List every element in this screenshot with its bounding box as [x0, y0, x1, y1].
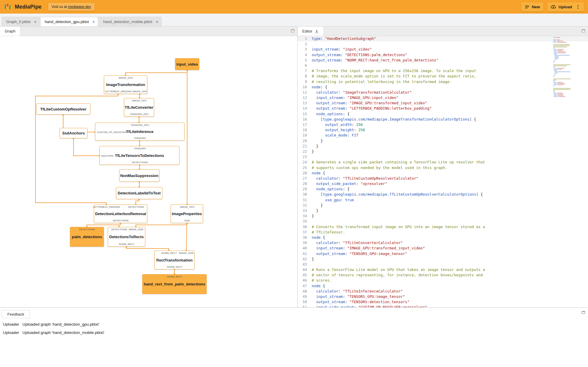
code-line[interactable]: 30 [type.googleapis.com/mediapipe.TfLite…	[298, 192, 588, 197]
code-line[interactable]: 49 input_stream: "TENSORS_GPU:image_tens…	[298, 294, 588, 299]
code-line[interactable]: 4output_stream: "DETECTIONS:palm_detecti…	[298, 52, 588, 58]
expand-editor-panel-icon[interactable]	[582, 30, 585, 32]
code-line[interactable]: 29 node_options: {	[298, 186, 588, 192]
code-text: output_stream: "NORM_RECT:hand_rect_from…	[312, 58, 438, 63]
code-line[interactable]: 28 output_side_packet: "opresolver"	[298, 181, 588, 186]
tab-close-icon[interactable]: ×	[92, 20, 95, 24]
code-line[interactable]: 8# image, the scale_mode option is set t…	[298, 74, 588, 79]
code-line[interactable]: 47node {	[298, 283, 588, 289]
tab-close-icon[interactable]: ×	[156, 20, 158, 24]
code-line[interactable]: 10node: {	[298, 85, 588, 90]
graph-node-TfLiteConverter[interactable]: IMAGE_GPUTENSORS_GPUTfLiteConverter	[124, 98, 154, 117]
code-line[interactable]: 40 input_stream: "IMAGE_GPU:transformed_…	[298, 246, 588, 251]
upload-button[interactable]: Upload ⋮	[547, 2, 584, 12]
code-line[interactable]: 24# Generates a single side packet conta…	[298, 160, 588, 165]
code-line[interactable]: 6	[298, 63, 588, 68]
code-line[interactable]: 42}	[298, 256, 588, 262]
code-editor[interactable]: 1type: "HandDetectionSubgraph"23input_st…	[298, 36, 588, 307]
code-text: output_stream: "DETECTIONS:palm_detectio…	[312, 52, 407, 58]
code-line[interactable]: 16 [type.googleapis.com/mediapipe.ImageT…	[298, 117, 588, 122]
code-line[interactable]: 43	[298, 262, 588, 267]
code-line[interactable]: 35	[298, 219, 588, 224]
code-line[interactable]: 7# Transforms the input image on GPU to …	[298, 68, 588, 74]
new-button[interactable]: New	[521, 2, 543, 12]
upload-button-label: Upload	[558, 5, 572, 9]
code-line[interactable]: 2	[298, 41, 588, 47]
graph-node-SsdAnchors[interactable]: SsdAnchors	[60, 128, 87, 138]
graph-canvas[interactable]: input_videoIMAGE_GPULETTERBOX_PADDINGIMA…	[0, 36, 297, 307]
file-tab[interactable]: hand_detection_gpu.pbtxt×	[40, 17, 98, 26]
graph-node-palm_detections[interactable]: DETECTIONSpalm_detections	[70, 227, 104, 247]
code-lines[interactable]: 1type: "HandDetectionSubgraph"23input_st…	[298, 36, 588, 307]
graph-node-TfLiteInference[interactable]: TENSORS_GPUTENSORSCUSTOM_OP_RESOLVERTfLi…	[95, 123, 184, 141]
code-line[interactable]: 34}	[298, 213, 588, 219]
code-line[interactable]: 26node {	[298, 170, 588, 176]
code-line[interactable]: 19 scale_mode: FIT	[298, 133, 588, 138]
expand-graph-panel-icon[interactable]	[291, 30, 294, 32]
graph-node-input_video[interactable]: input_video	[175, 58, 199, 70]
code-line[interactable]: 15 node_options: {	[298, 111, 588, 117]
code-line[interactable]: 39 calculator: "TfLiteConverterCalculato…	[298, 240, 588, 246]
code-line[interactable]: 18 output_height: 256	[298, 127, 588, 133]
code-text: use_gpu: true	[312, 197, 354, 203]
graph-panel-tab[interactable]: Graph	[0, 27, 20, 36]
tab-close-icon[interactable]: ×	[34, 20, 36, 24]
graph-node-DetectionsToRects[interactable]: DETECTIONSIMAGE_SIZENORM_RECTDetectionsT…	[108, 227, 145, 247]
minimap[interactable]	[553, 37, 582, 98]
expand-feedback-panel-icon[interactable]	[582, 311, 585, 314]
code-line[interactable]: 48 calculator: "TfLiteInferenceCalculato…	[298, 289, 588, 294]
graph-node-DetectionLetterboxRemoval[interactable]: LETTERBOX_PADDINGDETECTIONSDETECTIONSDet…	[94, 204, 147, 223]
code-line[interactable]: 11 calculator: "ImageTransformationCalcu…	[298, 90, 588, 95]
code-line[interactable]: 27 calculator: "TfLiteCustomOpResolverCa…	[298, 176, 588, 181]
file-tab[interactable]: hand_detection_mobile.pbtxt×	[99, 17, 161, 26]
line-number: 43	[298, 262, 312, 267]
code-line[interactable]: 31 use_gpu: true	[298, 197, 588, 203]
graph-node-label: TfLiteConverter	[125, 105, 153, 110]
editor-panel-tab[interactable]: Editor	[298, 27, 324, 36]
graph-node-TfLiteTensorsToDetections[interactable]: TENSORSDETECTIONSANCHORSTfLiteTensorsToD…	[99, 146, 179, 165]
port-label: IMAGE_SIZE	[129, 228, 143, 231]
code-text: input_side_packet: "CUSTOM_OP_RESOLVER:o…	[312, 305, 427, 307]
code-line[interactable]: 33 }	[298, 208, 588, 213]
code-line[interactable]: 32 }	[298, 203, 588, 208]
file-tab[interactable]: Graph_0.pbtxt×	[2, 17, 40, 26]
graph-node-hand_rect_from_palm_detections[interactable]: NORM_RECThand_rect_from_palm_detections	[142, 274, 207, 294]
code-line[interactable]: 21 }	[298, 144, 588, 149]
graph-node-NonMaxSuppression[interactable]: NonMaxSuppression	[119, 169, 159, 182]
code-line[interactable]: 25# supports custom ops needed by the mo…	[298, 165, 588, 170]
code-line[interactable]: 23	[298, 154, 588, 160]
code-line[interactable]: 51 input_side_packet: "CUSTOM_OP_RESOLVE…	[298, 305, 588, 307]
code-line[interactable]: 36# Converts the transformed input image…	[298, 224, 588, 230]
line-number: 18	[298, 127, 312, 133]
code-line[interactable]: 14 output_stream: "LETTERBOX_PADDING:let…	[298, 106, 588, 111]
code-line[interactable]: 37# TfLiteTensor.	[298, 230, 588, 235]
code-text: [type.googleapis.com/mediapipe.ImageTran…	[312, 117, 476, 122]
download-icon[interactable]	[315, 29, 319, 33]
code-line[interactable]: 50 output_stream: "TENSORS:detection_ten…	[298, 299, 588, 305]
code-line[interactable]: 1type: "HandDetectionSubgraph"	[298, 36, 588, 41]
feedback-tab[interactable]: Feedback	[2, 310, 30, 318]
visit-link[interactable]: mediapipe.dev	[68, 5, 91, 9]
code-line[interactable]: 44# Runs a TensorFlow Lite model on GPU …	[298, 267, 588, 272]
code-text: # resulting in potential letterboxing in…	[312, 79, 452, 85]
code-line[interactable]: 46# scores.	[298, 278, 588, 283]
code-line[interactable]: 45# vector of tensors representing, for …	[298, 272, 588, 278]
code-line[interactable]: 20 }	[298, 138, 588, 144]
code-line[interactable]: 22}	[298, 149, 588, 154]
code-line[interactable]: 17 output_width: 256	[298, 122, 588, 127]
code-text: output_stream: "IMAGE_GPU:transformed_in…	[312, 100, 427, 106]
kebab-menu-icon[interactable]: ⋮	[576, 4, 580, 9]
code-line[interactable]: 13 output_stream: "IMAGE_GPU:transformed…	[298, 100, 588, 106]
code-line[interactable]: 9# resulting in potential letterboxing i…	[298, 79, 588, 85]
visit-chip[interactable]: Visit us at mediapipe.dev	[48, 3, 94, 11]
code-line[interactable]: 41 output_stream: "TENSORS_GPU:image_ten…	[298, 251, 588, 256]
code-line[interactable]: 5output_stream: "NORM_RECT:hand_rect_fro…	[298, 58, 588, 63]
graph-node-ImageProperties[interactable]: IMAGE_GPUSIZEImageProperties	[171, 204, 203, 223]
code-line[interactable]: 12 input_stream: "IMAGE_GPU:input_video"	[298, 95, 588, 100]
code-line[interactable]: 38node {	[298, 235, 588, 240]
graph-node-ImageTransformation[interactable]: IMAGE_GPULETTERBOX_PADDINGIMAGE_GPUImage…	[104, 75, 147, 94]
code-line[interactable]: 3input_stream: "input_video"	[298, 47, 588, 52]
graph-node-DetectionLabelIdToText[interactable]: DetectionLabelIdToText	[116, 187, 162, 199]
graph-node-RectTransformation[interactable]: NORM_RECTIMAGE_SIZENORM_RECTRectTransfor…	[154, 251, 195, 269]
graph-node-TfLiteCustomOpResolver[interactable]: TfLiteCustomOpResolver	[36, 103, 90, 115]
